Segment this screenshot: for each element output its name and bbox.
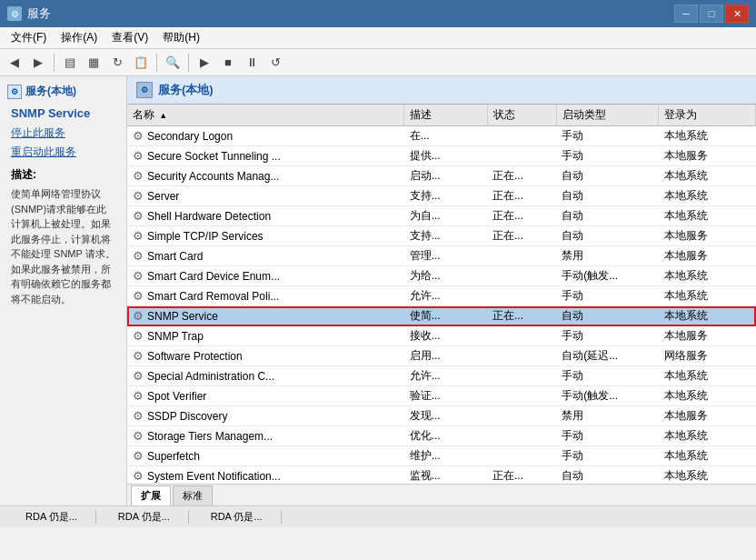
table-row[interactable]: ⚙SNMP Trap接收...手动本地服务 (127, 326, 756, 346)
list-button[interactable]: ▦ (83, 52, 104, 74)
left-panel: ⚙ 服务(本地) SNMP Service 停止此服务 重启动此服务 描述: 使… (0, 76, 127, 505)
toolbar-sep-3 (188, 54, 189, 72)
close-button[interactable]: ✕ (725, 5, 749, 23)
menu-action[interactable]: 操作(A) (54, 28, 104, 47)
left-panel-title: ⚙ 服务(本地) (4, 82, 123, 101)
col-desc-header[interactable]: 描述 (404, 105, 487, 126)
table-row[interactable]: ⚙Smart Card Removal Poli...允许...手动本地系统 (127, 286, 756, 306)
main-layout: ⚙ 服务(本地) SNMP Service 停止此服务 重启动此服务 描述: 使… (0, 76, 756, 505)
maximize-button[interactable]: □ (700, 5, 723, 23)
service-table[interactable]: 名称 ▲ 描述 状态 启动类型 登录为 ⚙Secondary Logon在...… (127, 105, 756, 484)
table-row[interactable]: ⚙Simple TCP/IP Services支持...正在...自动本地服务 (127, 226, 756, 246)
sort-arrow-name: ▲ (159, 111, 167, 120)
table-row[interactable]: ⚙System Event Notification...监视...正在...自… (127, 466, 756, 485)
right-panel: ⚙ 服务(本地) 名称 ▲ 描述 状态 启动类型 登录为 (127, 76, 756, 505)
left-panel-icon: ⚙ (7, 85, 22, 99)
title-bar: ⚙ 服务 ─ □ ✕ (0, 0, 756, 27)
table-row[interactable]: ⚙Spot Verifier验证...手动(触发...本地系统 (127, 386, 756, 406)
selected-service-name: SNMP Service (11, 106, 115, 120)
forward-button[interactable]: ▶ (27, 52, 49, 74)
toolbar-sep-1 (54, 54, 55, 72)
minimize-button[interactable]: ─ (674, 5, 698, 23)
tab-extended[interactable]: 扩展 (131, 485, 171, 505)
play-button[interactable]: ▶ (194, 52, 215, 74)
table-row[interactable]: ⚙Software Protection启用...自动(延迟...网络服务 (127, 346, 756, 366)
restart-button[interactable]: ↺ (264, 52, 286, 74)
services-table: 名称 ▲ 描述 状态 启动类型 登录为 ⚙Secondary Logon在...… (127, 105, 756, 484)
right-panel-title: 服务(本地) (158, 82, 214, 98)
table-row[interactable]: ⚙Smart Card管理...禁用本地服务 (127, 246, 756, 266)
stop-service-link[interactable]: 停止此服务 (11, 125, 115, 141)
table-header-row: 名称 ▲ 描述 状态 启动类型 登录为 (127, 105, 756, 126)
table-row[interactable]: ⚙Special Administration C...允许...手动本地系统 (127, 366, 756, 386)
filter-button[interactable]: 🔍 (162, 52, 184, 74)
window-title: 服务 (27, 5, 51, 22)
table-row[interactable]: ⚙SSDP Discovery发现...禁用本地服务 (127, 406, 756, 426)
table-row[interactable]: ⚙Shell Hardware Detection为自...正在...自动本地系… (127, 206, 756, 226)
refresh-button[interactable]: ↻ (106, 52, 128, 74)
menu-file[interactable]: 文件(F) (4, 28, 54, 47)
restart-service-link[interactable]: 重启动此服务 (11, 145, 115, 160)
export-button[interactable]: 📋 (130, 52, 152, 74)
menu-view[interactable]: 查看(V) (104, 28, 155, 47)
right-panel-icon: ⚙ (136, 82, 153, 98)
title-bar-buttons: ─ □ ✕ (674, 5, 749, 23)
table-row[interactable]: ⚙Superfetch维护...手动本地系统 (127, 446, 756, 466)
stop-button[interactable]: ■ (217, 52, 239, 74)
show-hide-button[interactable]: ▤ (59, 52, 81, 74)
pause-button[interactable]: ⏸ (241, 52, 263, 74)
service-detail: SNMP Service 停止此服务 重启动此服务 描述: 使简单网络管理协议(… (4, 101, 123, 312)
status-item-1: RDA 仍是... (7, 510, 96, 524)
app-icon: ⚙ (7, 6, 22, 21)
menu-help[interactable]: 帮助(H) (155, 28, 207, 47)
table-row[interactable]: ⚙Smart Card Device Enum...为给...手动(触发...本… (127, 266, 756, 286)
toolbar-sep-2 (156, 54, 157, 72)
tab-standard[interactable]: 标准 (173, 485, 213, 505)
table-row[interactable]: ⚙Secure Socket Tunneling ...提供...手动本地服务 (127, 146, 756, 166)
desc-label: 描述: (11, 167, 115, 183)
col-status-header[interactable]: 状态 (487, 105, 556, 126)
table-row[interactable]: ⚙SNMP Service使简...正在...自动本地系统 (127, 306, 756, 326)
col-type-header[interactable]: 启动类型 (556, 105, 659, 126)
bottom-tabs: 扩展 标准 (127, 484, 756, 505)
table-row[interactable]: ⚙Security Accounts Manag...启动...正在...自动本… (127, 166, 756, 186)
table-row[interactable]: ⚙Secondary Logon在...手动本地系统 (127, 126, 756, 146)
toolbar: ◀ ▶ ▤ ▦ ↻ 📋 🔍 ▶ ■ ⏸ ↺ (0, 49, 756, 76)
status-bar: RDA 仍是... RDA 仍是... RDA 仍是... (0, 505, 756, 527)
col-login-header[interactable]: 登录为 (659, 105, 756, 126)
status-item-3: RDA 仍是... (193, 510, 282, 524)
back-button[interactable]: ◀ (4, 52, 25, 74)
title-bar-left: ⚙ 服务 (7, 5, 51, 22)
table-row[interactable]: ⚙Storage Tiers Managem...优化...手动本地系统 (127, 426, 756, 446)
menu-bar: 文件(F) 操作(A) 查看(V) 帮助(H) (0, 27, 756, 49)
table-row[interactable]: ⚙Server支持...正在...自动本地系统 (127, 186, 756, 206)
right-panel-header: ⚙ 服务(本地) (127, 76, 756, 105)
col-name-header[interactable]: 名称 ▲ (127, 105, 404, 126)
left-panel-label: 服务(本地) (25, 84, 76, 99)
status-item-2: RDA 仍是... (100, 510, 189, 524)
desc-text: 使简单网络管理协议(SNMP)请求能够在此计算机上被处理。如果此服务停止，计算机… (11, 186, 115, 306)
